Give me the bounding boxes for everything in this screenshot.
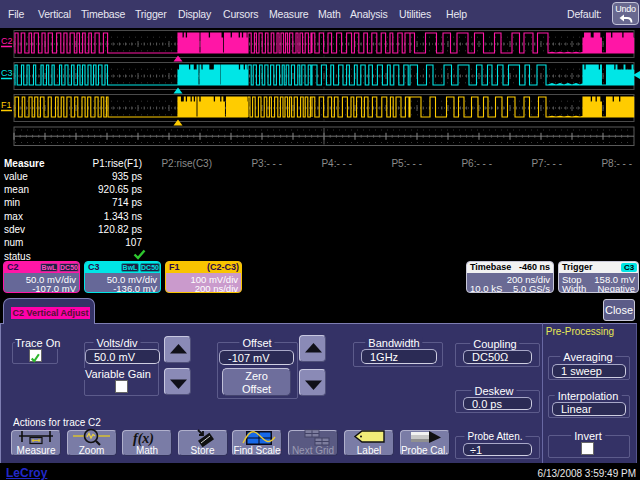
svg-text:f(x): f(x) [133,431,154,447]
svg-text:C3: C3 [1,68,13,78]
svg-text:C2: C2 [1,36,13,46]
svg-text:F1: F1 [1,100,12,110]
